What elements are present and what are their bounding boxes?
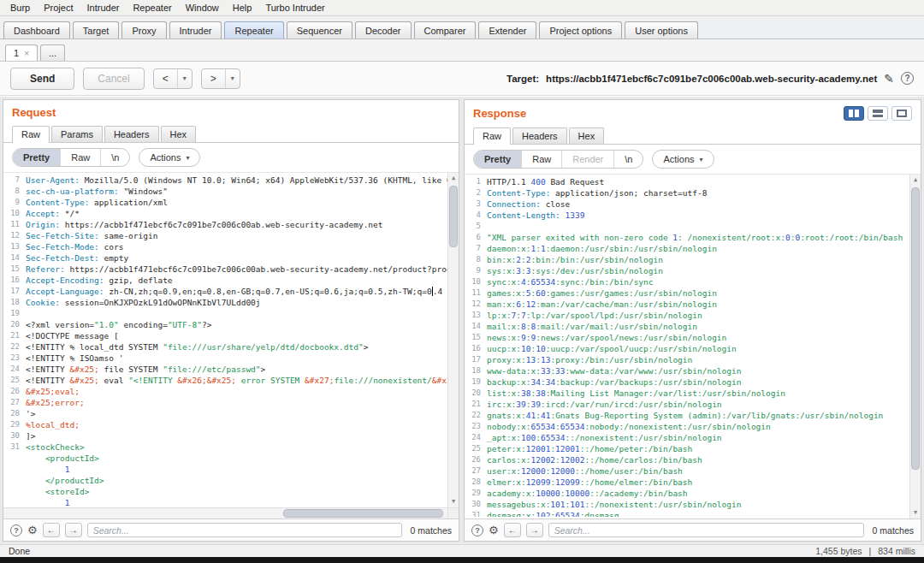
msgtab-params[interactable]: Params <box>51 126 103 142</box>
view-render[interactable]: Render <box>562 151 614 168</box>
scroll-thumb[interactable] <box>283 509 443 518</box>
code-text: <!ENTITY &#x25; eval "<!ENTITY &#x26;&#x… <box>26 375 447 386</box>
line-number: 4 <box>465 210 487 221</box>
scroll-down-icon[interactable]: ▼ <box>448 496 459 507</box>
repeater-tab-more[interactable]: ... <box>40 44 65 61</box>
menu-project[interactable]: Project <box>37 1 80 15</box>
msgtab-hex[interactable]: Hex <box>161 126 197 142</box>
scroll-up-icon[interactable]: ▲ <box>448 173 459 184</box>
msgtab-headers[interactable]: Headers <box>512 127 567 144</box>
code-line: 12man:x:6:12:man:/var/cache/man:/usr/sbi… <box>465 299 909 310</box>
code-line: <productId> <box>3 453 447 464</box>
tab-intruder[interactable]: Intruder <box>169 21 222 39</box>
menu-help[interactable]: Help <box>226 1 259 15</box>
scroll-thumb[interactable] <box>449 186 458 247</box>
request-hscrollbar[interactable] <box>3 507 447 519</box>
response-editor[interactable]: 1HTTP/1.1 400 Bad Request2Content-Type: … <box>465 174 921 519</box>
code-line: 19backup:x:34:34:backup:/var/backups:/us… <box>465 376 909 388</box>
scroll-down-icon[interactable]: ▼ <box>910 507 921 519</box>
columns-icon <box>849 110 859 117</box>
tab-extender[interactable]: Extender <box>478 21 536 39</box>
view-pretty[interactable]: Pretty <box>13 149 61 166</box>
line-number: 13 <box>3 241 26 252</box>
target-url: https://acbb1f471ebcf6c7c091be7c006c00ab… <box>546 74 877 84</box>
view-raw[interactable]: Raw <box>522 151 562 168</box>
search-help-icon[interactable]: ? <box>10 524 22 536</box>
code-line: 21<!DOCTYPE message [ <box>3 330 447 341</box>
code-line: 18www-data:x:33:33:www-data:/var/www:/us… <box>465 365 909 376</box>
code-line: 16Accept-Encoding: gzip, deflate <box>3 275 447 286</box>
scroll-thumb[interactable] <box>911 187 920 470</box>
layout-columns-button[interactable] <box>844 106 864 121</box>
line-number: 16 <box>465 343 487 354</box>
search-prev-button[interactable]: ← <box>504 523 521 537</box>
tab-dashboard[interactable]: Dashboard <box>3 21 70 39</box>
code-text: man:x:6:12:man:/var/cache/man:/usr/sbin/… <box>487 299 717 310</box>
tab-target[interactable]: Target <box>73 21 120 39</box>
msgtab-raw[interactable]: Raw <box>473 127 511 145</box>
line-number: 30 <box>465 499 487 510</box>
scroll-up-icon[interactable]: ▲ <box>910 175 921 186</box>
search-help-icon[interactable]: ? <box>471 524 483 536</box>
next-request-label[interactable]: > <box>202 69 225 88</box>
response-editor-toolbar: PrettyRawRender\n Actions ▾ <box>465 145 921 174</box>
tab-project-options[interactable]: Project options <box>539 21 622 39</box>
send-button[interactable]: Send <box>10 68 74 90</box>
msgtab-hex[interactable]: Hex <box>569 127 605 144</box>
code-line: 31dnsmasq:x:102:65534:dnsmasq, <box>465 510 909 517</box>
line-number: 17 <box>465 354 487 365</box>
close-tab-icon[interactable]: × <box>24 49 29 58</box>
edit-target-icon[interactable]: ✎ <box>884 72 894 86</box>
msgtab-headers[interactable]: Headers <box>104 126 159 142</box>
tab-repeater[interactable]: Repeater <box>224 21 283 39</box>
view-raw[interactable]: Raw <box>61 149 101 166</box>
line-number: 26 <box>3 386 26 397</box>
chevron-down-icon[interactable]: ▾ <box>177 69 192 88</box>
tab-decoder[interactable]: Decoder <box>355 21 412 39</box>
line-number: 1 <box>465 176 487 187</box>
search-settings-icon[interactable]: ⚙ <box>27 524 38 536</box>
line-number: 23 <box>465 421 487 432</box>
chevron-down-icon[interactable]: ▾ <box>225 69 240 88</box>
menu-burp[interactable]: Burp <box>3 1 37 15</box>
repeater-tab-label: 1 <box>14 48 19 58</box>
request-actions-button[interactable]: Actions ▾ <box>139 148 200 167</box>
code-text: <storeId> <box>26 486 89 497</box>
request-editor[interactable]: 7User-Agent: Mozilla/5.0 (Windows NT 10.… <box>3 172 459 519</box>
search-next-button[interactable]: → <box>65 523 82 537</box>
tab-comparer[interactable]: Comparer <box>414 21 477 39</box>
layout-buttons <box>844 106 912 121</box>
tab-sequencer[interactable]: Sequencer <box>287 21 352 39</box>
menu-turbo-intruder[interactable]: Turbo Intruder <box>258 1 331 15</box>
search-next-button[interactable]: → <box>526 523 543 537</box>
search-prev-button[interactable]: ← <box>43 523 60 537</box>
menu-window[interactable]: Window <box>179 1 226 15</box>
cancel-button[interactable]: Cancel <box>83 68 144 90</box>
response-view-switch: PrettyRawRender\n <box>473 150 643 169</box>
line-number <box>3 497 26 507</box>
layout-single-button[interactable] <box>891 106 912 121</box>
view-newline[interactable]: \n <box>614 151 643 168</box>
msgtab-raw[interactable]: Raw <box>12 126 50 143</box>
next-request-button[interactable]: > ▾ <box>201 68 240 89</box>
code-line: <storeId> <box>3 486 447 497</box>
repeater-tab-1[interactable]: 1 × <box>5 44 38 61</box>
code-text: lp:x:7:7:lp:/var/spool/lpd:/usr/sbin/nol… <box>487 310 702 321</box>
menu-intruder[interactable]: Intruder <box>80 1 127 15</box>
tab-user-options[interactable]: User options <box>625 21 698 39</box>
code-text: proxy:x:13:13:proxy:/bin:/usr/sbin/nolog… <box>487 354 692 365</box>
response-search-input[interactable] <box>548 523 864 537</box>
search-settings-icon[interactable]: ⚙ <box>489 524 499 536</box>
request-vscrollbar[interactable]: ▲ ▼ <box>447 173 459 507</box>
prev-request-button[interactable]: < ▾ <box>153 68 192 89</box>
help-icon[interactable]: ? <box>901 72 914 85</box>
menu-repeater[interactable]: Repeater <box>126 1 178 15</box>
tab-proxy[interactable]: Proxy <box>121 21 166 39</box>
layout-rows-button[interactable] <box>868 106 888 121</box>
response-actions-button[interactable]: Actions ▾ <box>652 150 714 169</box>
view-pretty[interactable]: Pretty <box>474 151 522 168</box>
prev-request-label[interactable]: < <box>154 69 177 88</box>
request-search-input[interactable] <box>87 523 402 537</box>
response-vscrollbar[interactable]: ▲ ▼ <box>909 175 921 519</box>
view-newline[interactable]: \n <box>101 149 129 166</box>
